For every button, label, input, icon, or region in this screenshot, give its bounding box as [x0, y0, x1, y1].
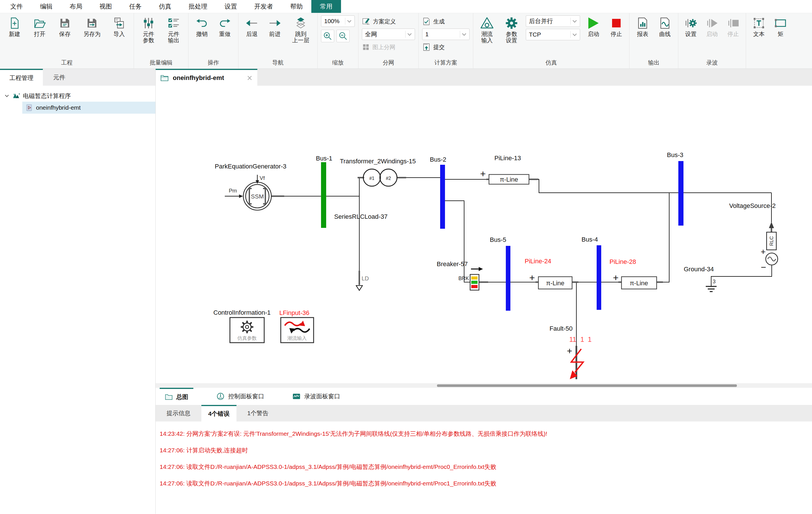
report-button[interactable]: 报表: [633, 16, 652, 37]
undo-button[interactable]: 撤销: [192, 16, 212, 37]
tab-errors[interactable]: 4个错误: [201, 405, 236, 421]
component-params-button[interactable]: 元件 参数: [137, 16, 160, 44]
piline13-box[interactable]: π-Line: [489, 175, 529, 184]
recording-settings-button[interactable]: 设置: [682, 16, 700, 37]
save-as-button[interactable]: 另存为: [79, 16, 105, 37]
menu-edit[interactable]: 编辑: [31, 0, 61, 13]
map-partition-button[interactable]: 图上分网: [362, 41, 415, 53]
tab-components[interactable]: 元件: [43, 69, 76, 86]
recording-start-button[interactable]: 启动: [703, 16, 721, 37]
menu-help[interactable]: 帮助: [282, 0, 311, 13]
menu-view[interactable]: 视图: [91, 0, 120, 13]
gear-icon: [505, 16, 518, 31]
svg-text:π-Line: π-Line: [546, 279, 564, 287]
submit-icon: [422, 43, 431, 51]
save-button[interactable]: 保存: [54, 16, 76, 37]
scheme-define-button[interactable]: 方案定义: [362, 16, 415, 27]
bus4-bar[interactable]: [597, 245, 601, 310]
menu-developer[interactable]: 开发者: [245, 0, 282, 13]
plus-piline28: +: [613, 272, 619, 283]
load-arrow[interactable]: [356, 285, 362, 291]
waveform-icon: [292, 392, 301, 401]
menu-common-active[interactable]: 常用: [311, 0, 341, 13]
param-settings-button[interactable]: 参数 设置: [501, 16, 522, 44]
tab-info-messages[interactable]: 提示信息: [160, 405, 197, 421]
forward-button[interactable]: 前进: [265, 16, 285, 37]
zoom-level-dropdown[interactable]: 100%: [321, 16, 355, 27]
ribbon-group-navigation: 后退 前进 跳到 上一层 导航: [238, 13, 318, 68]
bus1-bar[interactable]: [321, 162, 326, 228]
tab-warnings[interactable]: 1个警告: [240, 405, 276, 421]
menu-task[interactable]: 任务: [120, 0, 150, 13]
menu-settings[interactable]: 设置: [216, 0, 245, 13]
plus-piline13: +: [480, 168, 486, 179]
svg-text:潮流输入: 潮流输入: [287, 335, 307, 341]
stop-simulation-button[interactable]: 停止: [607, 16, 626, 37]
component-output-button[interactable]: 元件 输出: [163, 16, 185, 44]
calc-scheme-dropdown[interactable]: 1: [422, 29, 469, 40]
group-label-recording: 录波: [682, 58, 742, 68]
fault-num-1: 11: [569, 335, 576, 343]
menu-layout[interactable]: 布局: [61, 0, 91, 13]
breaker-symbol[interactable]: [470, 267, 483, 290]
simulation-doc-icon: [26, 104, 33, 111]
protocol-dropdown[interactable]: TCP: [526, 29, 580, 40]
import-icon: [113, 16, 126, 31]
zoom-out-button[interactable]: [337, 30, 350, 42]
project-panel: 工程管理 元件 电磁暂态计算程序 oneinfhybrid-emt: [0, 69, 156, 514]
redo-button[interactable]: 重做: [215, 16, 235, 37]
ribbon-group-calc-scheme: 生成 1 提交 计算方案: [419, 13, 473, 68]
piline24-box[interactable]: π-Line: [539, 277, 572, 289]
lfinput-block[interactable]: 潮流输入: [281, 318, 314, 343]
generate-button[interactable]: 生成: [422, 16, 469, 27]
error-line: 14:27:06: 读取文件D:/R-ruanjian/A-ADPSS3.0-1…: [160, 475, 812, 492]
menu-file[interactable]: 文件: [2, 0, 31, 13]
bus3-bar[interactable]: [678, 161, 684, 225]
run-mode-dropdown[interactable]: 后台并行: [526, 16, 580, 27]
open-button[interactable]: 打开: [29, 16, 51, 37]
piline28-box[interactable]: π-Line: [621, 277, 657, 289]
tab-control-panel-window[interactable]: 控制面板窗口: [211, 388, 269, 405]
chevron-down-icon: [347, 18, 351, 22]
transformer-symbol[interactable]: [363, 169, 397, 186]
project-tree: 电磁暂态计算程序 oneinfhybrid-emt: [0, 86, 155, 114]
play-icon: [588, 16, 599, 31]
zoom-in-button[interactable]: [321, 30, 334, 42]
control-information-block[interactable]: 仿真参数: [230, 318, 264, 343]
menu-batch[interactable]: 批处理: [180, 0, 216, 13]
tab-overview[interactable]: 总图: [160, 388, 193, 405]
tab-project-management[interactable]: 工程管理: [0, 69, 43, 86]
powerflow-input-button[interactable]: 潮流 输入: [477, 16, 497, 44]
menu-simulation[interactable]: 仿真: [150, 0, 180, 13]
recording-stop-button[interactable]: 停止: [724, 16, 742, 37]
tree-root-emt-program[interactable]: 电磁暂态计算程序: [0, 90, 155, 102]
text-tool-button[interactable]: 文本: [750, 16, 768, 37]
scrollbar-thumb[interactable]: [437, 384, 737, 387]
start-simulation-button[interactable]: 启动: [584, 16, 603, 37]
doc-tab-oneinfhybrid-emt[interactable]: oneinfhybrid-emt: [156, 69, 257, 86]
submit-button[interactable]: 提交: [422, 41, 469, 53]
folder-icon: [165, 393, 173, 401]
ground-symbol[interactable]: [706, 286, 717, 292]
label-bus3: Bus-3: [667, 151, 683, 158]
fault-num-2: 1: [580, 335, 584, 343]
new-button[interactable]: 新建: [3, 16, 26, 37]
bus5-bar[interactable]: [506, 246, 511, 311]
new-file-icon: [8, 16, 21, 31]
curve-button[interactable]: 曲线: [655, 16, 675, 37]
group-label-batch-edit: 批量编辑: [137, 58, 185, 68]
back-button[interactable]: 后退: [242, 16, 262, 37]
tree-item-oneinfhybrid-emt[interactable]: oneinfhybrid-emt: [22, 102, 155, 114]
bus2-bar[interactable]: [440, 165, 445, 229]
horizontal-scrollbar[interactable]: [156, 383, 812, 388]
close-icon[interactable]: [246, 75, 253, 81]
chevron-down-icon: [573, 32, 577, 36]
partition-scheme-dropdown[interactable]: 全网: [362, 29, 415, 40]
import-button[interactable]: 导入: [108, 16, 130, 37]
tab-recording-panel-window[interactable]: 录波面板窗口: [287, 388, 345, 405]
schematic-canvas[interactable]: π-Line π-Line π-Line: [156, 86, 812, 388]
rectangle-tool-button[interactable]: 矩: [771, 16, 790, 37]
svg-text:RLC: RLC: [769, 236, 774, 246]
jump-up-level-button[interactable]: 跳到 上一层: [288, 16, 314, 44]
minus-vsource: −: [761, 262, 766, 272]
